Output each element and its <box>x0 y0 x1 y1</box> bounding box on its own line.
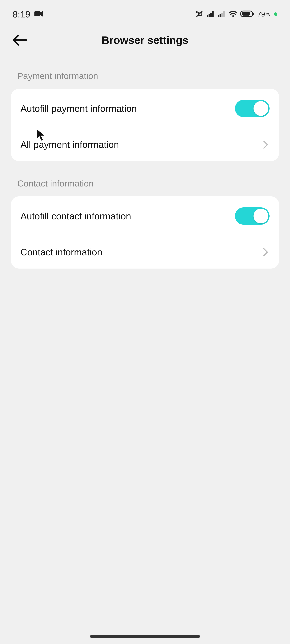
signal-1-icon <box>207 10 215 18</box>
battery-icon <box>240 10 254 18</box>
row-contact-info[interactable]: Contact information <box>11 236 279 268</box>
row-autofill-payment-label: Autofill payment information <box>20 103 137 114</box>
nav-gesture-handle[interactable] <box>90 635 200 638</box>
section-header-contact: Contact information <box>11 161 279 196</box>
card-contact: Autofill contact information Contact inf… <box>11 196 279 268</box>
status-bar-left: 8:19 <box>12 9 43 20</box>
svg-rect-4 <box>207 16 208 17</box>
row-contact-info-label: Contact information <box>20 247 102 258</box>
svg-rect-5 <box>208 14 210 17</box>
svg-rect-9 <box>220 14 221 17</box>
toggle-knob <box>254 209 268 224</box>
chevron-right-icon <box>262 248 270 256</box>
row-autofill-contact-label: Autofill contact information <box>20 211 131 222</box>
svg-point-12 <box>232 15 234 17</box>
toggle-autofill-contact[interactable] <box>235 208 270 225</box>
privacy-indicator-dot <box>274 12 278 16</box>
section-header-payment: Payment information <box>11 54 279 89</box>
svg-rect-14 <box>242 12 250 16</box>
svg-rect-11 <box>223 11 224 17</box>
status-bar-right: 79% <box>195 10 278 19</box>
svg-rect-0 <box>34 11 40 16</box>
row-all-payment-info-label: All payment information <box>20 139 119 150</box>
row-autofill-payment[interactable]: Autofill payment information <box>11 89 279 128</box>
svg-rect-10 <box>222 12 223 17</box>
back-button[interactable] <box>11 32 28 49</box>
page-header: Browser settings <box>0 27 290 54</box>
battery-pct-suffix: % <box>266 12 270 17</box>
svg-rect-7 <box>212 11 214 17</box>
svg-rect-15 <box>253 13 254 15</box>
toggle-autofill-payment[interactable] <box>235 100 270 117</box>
arrow-left-icon <box>12 34 28 46</box>
battery-percentage: 79% <box>257 10 270 18</box>
content: Payment information Autofill payment inf… <box>0 54 290 268</box>
page-title: Browser settings <box>102 34 188 46</box>
row-all-payment-info[interactable]: All payment information <box>11 128 279 161</box>
chevron-right-icon <box>262 141 270 148</box>
card-payment: Autofill payment information All payment… <box>11 89 279 161</box>
svg-rect-8 <box>218 16 219 17</box>
signal-2-icon <box>218 10 226 18</box>
svg-rect-6 <box>210 12 212 17</box>
mute-icon <box>195 10 204 19</box>
row-autofill-contact[interactable]: Autofill contact information <box>11 196 279 236</box>
toggle-knob <box>254 101 268 116</box>
status-time: 8:19 <box>12 9 30 20</box>
wifi-icon <box>229 10 238 18</box>
video-recording-icon <box>34 11 43 18</box>
battery-pct-value: 79 <box>257 10 265 18</box>
status-bar: 8:19 <box>0 0 290 27</box>
